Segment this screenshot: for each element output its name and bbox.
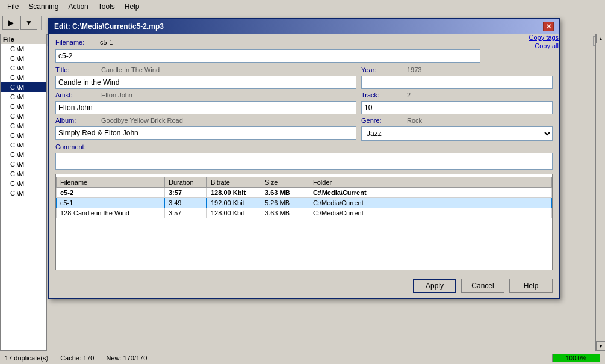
help-button[interactable]: Help [509,279,553,293]
status-duplicates: 17 duplicate(s) [5,354,48,362]
album-label-row: Album: Goodbye Yellow Brick Road [55,117,356,124]
apply-button[interactable]: Apply [413,279,456,293]
track-input[interactable] [361,101,553,114]
left-panel-item[interactable]: C:\M [1,73,46,82]
statusbar: 17 duplicate(s) Cache: 170 New: 170/170 … [0,351,605,364]
title-hint: Candle In The Wind [101,66,160,73]
table-row[interactable]: c5-23:57128.00 Kbit3.63 MBC:\Media\Curre… [57,188,552,198]
dialog-title: Edit: C:\Media\Current\c5-2.mp3 [54,22,543,31]
app-window: File Scanning Action Tools Help ▶ ▼ Fold… [0,0,605,364]
year-col: Year: 1973 [361,66,553,89]
album-label: Album: [55,117,98,124]
left-panel-section: File [1,34,46,44]
left-panel-item-selected[interactable]: C:\M [1,82,46,92]
artist-label: Artist: [55,91,98,99]
filename-input[interactable] [55,49,480,63]
year-hint: 1973 [407,66,421,73]
progress-bar: 100.0% [552,354,600,362]
artist-input[interactable] [55,101,356,114]
genre-col: Genre: Rock Jazz Rock Pop Classical Coun… [361,117,553,141]
dialog-titlebar: Edit: C:\Media\Current\c5-2.mp3 ✕ [49,19,559,34]
artist-track-row: Artist: Elton John Track: 2 [55,91,553,114]
filename-hint: c5-1 [100,39,113,46]
left-panel-item[interactable]: C:\M [1,131,46,140]
col-folder[interactable]: Folder [309,177,552,188]
year-label: Year: [361,66,403,73]
album-hint: Goodbye Yellow Brick Road [101,117,183,124]
title-year-row: Title: Candle In The Wind Year: 1973 [55,66,553,89]
genre-label: Genre: [361,117,403,124]
left-panel-item[interactable]: C:\M [1,63,46,73]
toolbar-btn-2[interactable]: ▼ [20,16,37,30]
left-panel-item[interactable]: C:\M [1,150,46,159]
title-col: Title: Candle In The Wind [55,66,356,89]
menubar: File Scanning Action Tools Help [0,0,605,13]
album-col: Album: Goodbye Yellow Brick Road [55,117,356,141]
comment-input[interactable] [55,153,553,170]
track-col: Track: 2 [361,91,553,114]
left-panel-item[interactable]: C:\M [1,92,46,102]
artist-hint: Elton John [101,91,132,99]
left-panel-item[interactable]: C:\M [1,111,46,121]
title-input[interactable] [55,76,356,89]
track-hint: 2 [407,91,411,99]
genre-select[interactable]: Jazz Rock Pop Classical Country Blues [361,126,553,141]
menu-help[interactable]: Help [120,1,144,12]
left-panel-item[interactable]: C:\M [1,179,46,188]
col-bitrate[interactable]: Bitrate [207,177,261,188]
left-panel-item[interactable]: C:\M [1,140,46,150]
play-button[interactable]: ▶ [2,16,19,30]
title-label: Title: [55,66,98,73]
status-cache: Cache: 170 [60,354,94,362]
genre-label-row: Genre: Rock [361,117,553,124]
col-filename[interactable]: Filename [57,177,165,188]
progress-text: 100.0% [553,354,600,363]
menu-action[interactable]: Action [63,1,93,12]
filename-input-row [55,49,480,63]
dialog-content: Copy tags Copy all Filename: c5-1 Title:… [49,34,559,275]
right-scrollbar[interactable]: ▲ ▼ [595,34,605,351]
left-panel-item[interactable]: C:\M [1,44,46,54]
track-label: Track: [361,91,403,99]
file-table: Filename Duration Bitrate Size Folder c5… [56,177,552,218]
dialog-buttons: Apply Cancel Help [49,275,559,298]
cancel-button[interactable]: Cancel [461,279,504,293]
comment-row: Comment: [55,143,553,171]
left-panel-item[interactable]: C:\M [1,159,46,169]
table-row[interactable]: c5-13:49192.00 Kbit5.26 MBC:\Media\Curre… [57,198,552,208]
status-new: New: 170/170 [106,354,147,362]
title-label-row: Title: Candle In The Wind [55,66,356,73]
artist-col: Artist: Elton John [55,91,356,114]
menu-tools[interactable]: Tools [93,1,120,12]
scroll-down-button[interactable]: ▼ [596,341,605,351]
play-icon: ▶ [8,19,14,27]
left-panel-item[interactable]: C:\M [1,54,46,63]
col-size[interactable]: Size [261,177,309,188]
menu-file[interactable]: File [2,1,23,12]
comment-label-row: Comment: [55,143,553,150]
dialog-close-button[interactable]: ✕ [543,22,554,31]
left-panel-item[interactable]: C:\M [1,102,46,111]
left-panel-item[interactable]: C:\M [1,121,46,131]
left-panel-item[interactable]: C:\M [1,188,46,198]
left-panel: File C:\M C:\M C:\M C:\M C:\M C:\M C:\M … [0,34,47,351]
filename-label: Filename: [55,39,98,46]
dropdown-icon: ▼ [25,19,33,27]
year-input[interactable] [361,76,553,89]
comment-label: Comment: [55,143,98,150]
file-table-container: Filename Duration Bitrate Size Folder c5… [55,174,553,270]
album-genre-row: Album: Goodbye Yellow Brick Road Genre: … [55,117,553,141]
album-input[interactable] [55,126,356,140]
artist-label-row: Artist: Elton John [55,91,356,99]
table-row[interactable]: 128-Candle in the Wind3:57128.00 Kbit3.6… [57,208,552,218]
track-label-row: Track: 2 [361,91,553,99]
left-panel-item[interactable]: C:\M [1,169,46,179]
scroll-up-button[interactable]: ▲ [596,34,605,43]
filename-row: Filename: c5-1 [55,39,553,46]
year-label-row: Year: 1973 [361,66,553,73]
genre-hint: Rock [407,117,422,124]
col-duration[interactable]: Duration [165,177,207,188]
edit-dialog: Edit: C:\Media\Current\c5-2.mp3 ✕ Copy t… [48,18,560,299]
menu-scanning[interactable]: Scanning [23,1,63,12]
